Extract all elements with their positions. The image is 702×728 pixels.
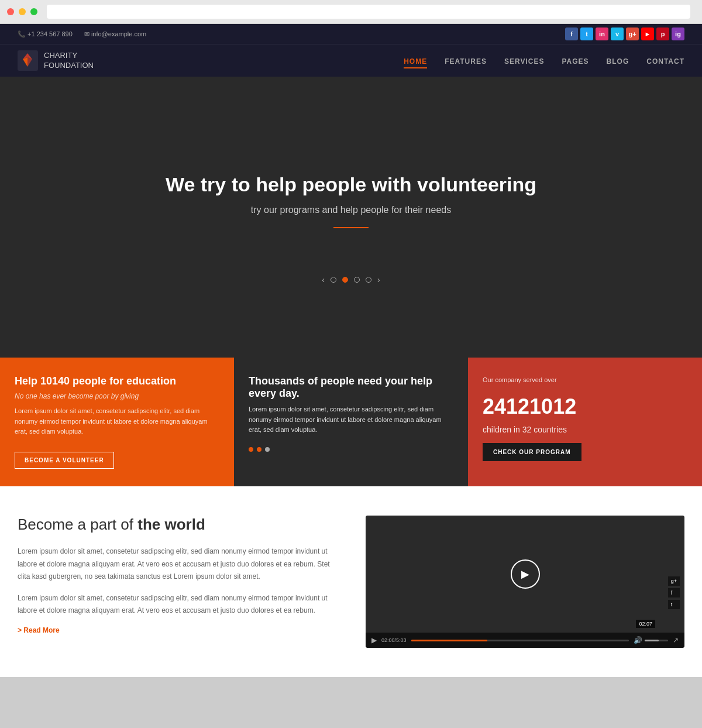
logo-icon	[18, 50, 38, 71]
video-time: 02:00/5:03	[381, 637, 407, 643]
instagram-icon[interactable]: in	[596, 28, 608, 40]
video-facebook-btn[interactable]: f	[668, 588, 680, 597]
info-box-heading-2: Thousands of people need your help every…	[249, 375, 453, 400]
carousel-dot-1[interactable]	[331, 277, 336, 283]
content-heading: Become a part of the world	[18, 516, 336, 534]
play-button[interactable]: ▶	[511, 559, 540, 589]
logo-area: CHARITY FOUNDATION	[18, 50, 94, 71]
content-para-2: Lorem ipsum dolor sit amet, consetetur s…	[18, 592, 336, 617]
video-play-ctrl[interactable]: ▶	[371, 636, 377, 644]
hero-heading: We try to help people with volunteering	[166, 173, 536, 196]
browser-minimize[interactable]	[19, 8, 26, 15]
info-box-body-1: Lorem ipsum dolor sit amet, consetetur s…	[15, 406, 219, 437]
browser-chrome	[0, 0, 702, 24]
logo-text: CHARITY FOUNDATION	[44, 51, 94, 71]
video-twitter-btn[interactable]: t	[668, 600, 680, 609]
nav-item-services[interactable]: SERVICES	[504, 56, 544, 66]
nav-item-blog[interactable]: BLOG	[607, 56, 629, 66]
read-more-link[interactable]: > Read More	[18, 626, 336, 634]
youtube-icon[interactable]: ►	[641, 28, 654, 40]
video-screen: ▶ g+ f t 02:07	[366, 516, 684, 633]
content-section: Become a part of the world Lorem ipsum d…	[0, 486, 702, 677]
twitter-icon[interactable]: t	[580, 28, 593, 40]
info-box-intro: Our company served over	[483, 375, 687, 386]
video-volume: 🔊	[634, 636, 668, 644]
social-extra-icon[interactable]: ig	[672, 28, 684, 40]
vimeo-icon[interactable]: v	[611, 28, 624, 40]
content-left: Become a part of the world Lorem ipsum d…	[18, 516, 336, 634]
email-info: ✉ info@example.com	[84, 30, 146, 38]
dot-bottom-1[interactable]	[249, 447, 253, 452]
hero-subheading: try our programs and help people for the…	[251, 205, 451, 215]
social-icons-bar: f t in v g+ ► p ig	[565, 28, 684, 40]
check-program-button[interactable]: CHECK OUR PROGRAM	[483, 443, 581, 461]
browser-close[interactable]	[7, 8, 14, 15]
googleplus-icon[interactable]: g+	[626, 28, 639, 40]
hero-section: We try to help people with volunteering …	[0, 77, 702, 358]
info-box-stat: Our company served over 24121012 childre…	[468, 358, 702, 486]
video-progress-bar[interactable]	[411, 640, 629, 641]
info-box-help: Thousands of people need your help every…	[234, 358, 468, 486]
pinterest-icon[interactable]: p	[656, 28, 669, 40]
carousel-prev[interactable]: ‹	[322, 275, 325, 284]
info-box-body-2: Lorem ipsum dolor sit amet, consetetur s…	[249, 404, 453, 435]
browser-maximize[interactable]	[30, 8, 37, 15]
address-bar[interactable]	[47, 5, 690, 19]
video-sidebar: g+ f t	[668, 576, 680, 609]
stat-number: 24121012	[483, 394, 687, 419]
info-box-subtext-1: No one has ever become poor by giving	[15, 392, 219, 400]
dot-bottom-2[interactable]	[257, 447, 261, 452]
info-boxes: Help 10140 people for education No one h…	[0, 358, 702, 486]
video-googleplus-btn[interactable]: g+	[668, 576, 680, 586]
info-box-heading-1: Help 10140 people for education	[15, 375, 219, 387]
hero-divider	[333, 227, 369, 228]
contact-info: 📞 +1 234 567 890 ✉ info@example.com	[18, 30, 146, 38]
website-wrapper: 📞 +1 234 567 890 ✉ info@example.com f t …	[0, 24, 702, 677]
facebook-icon[interactable]: f	[565, 28, 578, 40]
video-progress-fill	[411, 640, 487, 641]
stat-label: children in 32 countries	[483, 425, 687, 434]
video-controls: ▶ 02:00/5:03 🔊 ↗	[366, 633, 684, 648]
video-expand-btn[interactable]: ↗	[673, 636, 679, 644]
carousel-next[interactable]: ›	[377, 275, 380, 284]
volume-fill	[645, 640, 659, 641]
volume-bar[interactable]	[645, 640, 668, 641]
nav-item-features[interactable]: FEATURES	[445, 56, 487, 66]
become-volunteer-button[interactable]: BECOME A VOLUNTEER	[15, 452, 114, 469]
nav-item-pages[interactable]: PAGES	[562, 56, 589, 66]
carousel-dot-2[interactable]	[342, 277, 348, 283]
volume-icon[interactable]: 🔊	[634, 636, 642, 644]
carousel-dots-bottom	[249, 447, 453, 452]
nav-item-home[interactable]: HOME	[404, 56, 427, 66]
top-bar: 📞 +1 234 567 890 ✉ info@example.com f t …	[0, 24, 702, 44]
dot-bottom-3[interactable]	[265, 447, 270, 452]
nav-links: HOME FEATURES SERVICES PAGES BLOG CONTAC…	[404, 56, 684, 66]
carousel-controls: ‹ ›	[322, 275, 380, 284]
phone-info: 📞 +1 234 567 890	[18, 30, 73, 38]
carousel-dot-4[interactable]	[366, 277, 371, 283]
content-para-1: Lorem ipsum dolor sit amet, consetetur s…	[18, 545, 336, 583]
nav-item-contact[interactable]: CONTACT	[646, 56, 684, 66]
navbar: CHARITY FOUNDATION HOME FEATURES SERVICE…	[0, 44, 702, 77]
video-player: ▶ g+ f t 02:07 ▶ 02:00/5:03 🔊	[366, 516, 684, 648]
video-timestamp: 02:07	[636, 620, 655, 628]
carousel-dot-3[interactable]	[354, 277, 360, 283]
info-box-volunteer: Help 10140 people for education No one h…	[0, 358, 234, 486]
